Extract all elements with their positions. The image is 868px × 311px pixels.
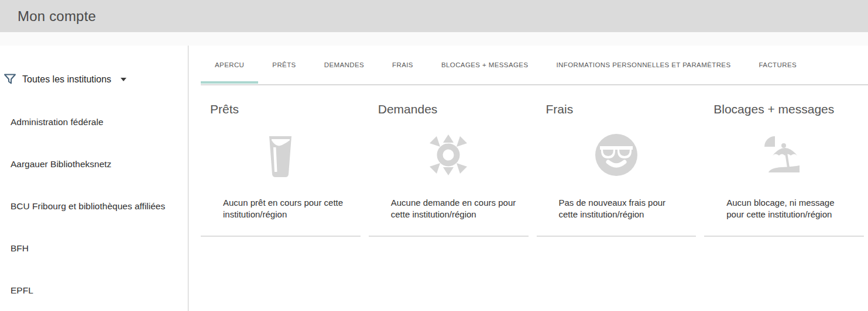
sun-icon	[425, 132, 472, 178]
card-blocages-messages: Blocages + messages Aucun blocage, ni me…	[704, 101, 864, 237]
content: Toutes les institutions Administration f…	[0, 46, 868, 311]
tab-informations-personnelles[interactable]: INFORMATIONS PERSONNELLES ET PARAMÈTRES	[542, 46, 745, 84]
overview-cards: Prêts Aucun prêt en cours pour cette ins…	[201, 101, 864, 237]
funnel-icon	[4, 73, 16, 85]
empty-state-message: Aucune demande en cours pour cette insti…	[391, 197, 518, 220]
toolbar-strip	[0, 32, 868, 46]
card-title: Blocages + messages	[704, 101, 864, 117]
page-header: Mon compte	[0, 0, 868, 32]
empty-state-message: Pas de nouveaux frais pour cette institu…	[559, 197, 686, 220]
cool-face-icon	[593, 132, 640, 178]
sidebar-item-institution[interactable]: EPFL	[0, 269, 188, 311]
tab-demandes[interactable]: DEMANDES	[310, 46, 378, 84]
tab-frais[interactable]: FRAIS	[378, 46, 427, 84]
empty-state-message: Aucun blocage, ni message pour cette ins…	[726, 197, 853, 220]
tab-apercu[interactable]: APERCU	[201, 46, 258, 84]
main-panel: APERCU PRÊTS DEMANDES FRAIS BLOCAGES + M…	[188, 46, 868, 311]
sidebar-item-institution[interactable]: BCU Fribourg et bibliothèques affiliées	[0, 185, 188, 227]
beach-umbrella-icon	[760, 132, 809, 178]
institution-filter-dropdown[interactable]: Toutes les institutions	[4, 73, 188, 85]
card-prets: Prêts Aucun prêt en cours pour cette ins…	[201, 101, 361, 237]
institution-filter-label: Toutes les institutions	[22, 74, 111, 85]
card-frais: Frais Pas de nouveaux frais pour cett	[537, 101, 697, 237]
page-title: Mon compte	[18, 8, 96, 25]
card-title: Frais	[537, 101, 697, 117]
my-account-page: Mon compte Toutes les institutions Admin…	[0, 0, 868, 311]
sidebar-item-institution[interactable]: BFH	[0, 227, 188, 269]
tab-prets[interactable]: PRÊTS	[258, 46, 310, 84]
caret-down-icon	[121, 78, 126, 81]
tab-factures[interactable]: FACTURES	[745, 46, 811, 84]
tab-blocages-messages[interactable]: BLOCAGES + MESSAGES	[427, 46, 543, 84]
sidebar: Toutes les institutions Administration f…	[0, 46, 188, 311]
glass-icon	[257, 132, 304, 182]
empty-state-message: Aucun prêt en cours pour cette instituti…	[223, 197, 350, 220]
card-demandes: Demandes Aucune demande en cours pour	[369, 101, 529, 237]
sidebar-item-institution[interactable]: Administration fédérale	[0, 101, 188, 143]
card-title: Prêts	[201, 101, 361, 117]
sidebar-item-institution[interactable]: Aargauer Bibliotheksnetz	[0, 143, 188, 185]
card-title: Demandes	[369, 101, 529, 117]
tab-bar: APERCU PRÊTS DEMANDES FRAIS BLOCAGES + M…	[201, 46, 868, 85]
institution-list: Administration fédérale Aargauer Bibliot…	[0, 101, 188, 311]
